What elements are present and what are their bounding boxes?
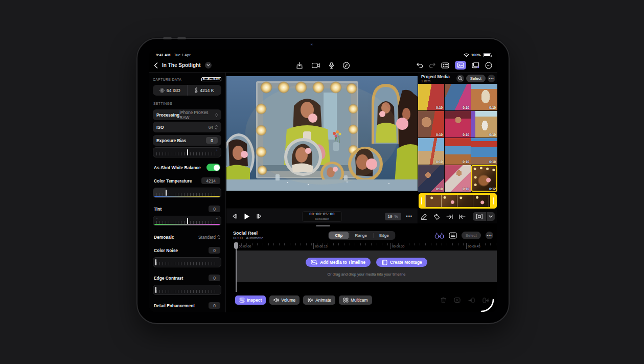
trim-handle-right[interactable] [493,197,494,204]
multicam-icon [343,298,349,303]
index-browser-icon[interactable] [441,62,449,69]
segment-clip[interactable]: Clip [329,232,349,239]
media-thumbnail[interactable]: 0:10 [471,84,497,110]
play-button[interactable] [244,213,250,220]
media-select-button[interactable]: Select [466,75,486,82]
frame-forward-icon[interactable] [257,214,262,219]
segment-range[interactable]: Range [349,232,373,239]
frame-back-icon[interactable] [232,214,237,219]
more-icon[interactable] [485,62,492,69]
append-icon[interactable] [446,214,453,219]
transport-bar: 00:00:05:00 Reflection 19 % ••• [226,209,418,223]
chevron-down-icon [489,215,493,218]
overwrite-clip-icon[interactable] [449,232,457,239]
media-thumbnail[interactable]: 0:10 [418,111,444,138]
project-title[interactable]: In The Spotlight [162,62,201,68]
stickers-clips-icon[interactable] [472,62,479,69]
zoom-value: 19 [388,214,393,219]
color-temperature-slider[interactable] [153,188,221,198]
media-browser-toggle[interactable] [455,61,466,70]
insert-to-timeline-button[interactable] [473,212,486,221]
clip-duration: 0:10 [463,160,469,164]
timeline-more-button[interactable]: ••• [486,232,493,239]
media-thumbnail[interactable]: 0:10 [418,165,444,192]
redo-icon[interactable] [429,62,435,69]
media-more-button[interactable]: ••• [488,75,495,82]
media-thumbnail[interactable]: 0:10 [418,138,444,165]
clip-duration: 0:10 [436,187,443,191]
playhead-handle[interactable] [234,242,238,249]
media-thumbnail[interactable]: 0:10 [445,165,471,192]
media-grid: 0:100:100:100:100:100:100:100:100:100:10… [418,84,497,192]
insert-icon[interactable] [468,298,475,303]
sun-icon [159,88,165,93]
trash-icon[interactable] [441,297,446,303]
media-thumbnail[interactable]: 0:10 [471,111,497,138]
color-temperature-value[interactable]: 4214 [201,177,220,184]
title-menu-button[interactable] [205,62,212,69]
add-media-button[interactable]: Add Media to Timeline [306,258,371,267]
media-thumbnail[interactable]: 0:10 [445,111,471,138]
detail-enhancement-value[interactable]: 0 [209,302,220,309]
demosaic-row[interactable]: Demosaic Standard [153,232,221,242]
edit-options-button[interactable] [487,212,495,221]
timecode: 00:00:05:00 [303,212,341,217]
media-thumbnail[interactable]: 0:10 [471,138,497,165]
media-item-count: 1 Item [421,79,450,83]
iso-row[interactable]: ISO 64 [153,122,221,132]
timeline-track[interactable]: Add Media to Timeline Create Montage Or … [236,251,497,282]
color-noise-value[interactable]: 0 [209,247,220,254]
search-button[interactable] [456,75,464,82]
selected-clip-filmstrip[interactable] [419,193,497,209]
thermometer-icon [195,87,198,93]
zoom-level-control[interactable]: 19 % [385,213,401,220]
rename-pencil-icon[interactable] [421,213,427,220]
undo-icon[interactable] [417,62,423,69]
processing-row[interactable]: Processing iPhone ProRes RAW [153,109,221,120]
edge-contrast-slider[interactable] [153,285,221,295]
media-thumbnail-selected[interactable]: 0:12 [471,165,497,192]
battery-percent: 100% [471,53,481,57]
media-thumbnail[interactable]: 0:10 [418,84,444,110]
white-balance-row: As-Shot White Balance [153,162,221,173]
search-icon [458,76,463,81]
connect-clips-icon[interactable] [434,232,444,239]
segment-edge[interactable]: Edge [373,232,395,239]
tint-slider[interactable]: -+ [153,216,221,226]
exposure-bias-slider[interactable]: -+ [153,147,221,157]
multicam-button[interactable]: Multicam [339,295,372,305]
viewer-more-icon[interactable]: ••• [406,214,412,219]
back-icon[interactable] [154,62,158,69]
tag-icon[interactable] [433,214,440,220]
clip-name: Reflection [303,217,341,220]
exposure-bias-value[interactable]: 0 [206,137,218,144]
timeline-select-button[interactable]: Select [462,232,481,239]
inspect-button[interactable]: Inspect [235,295,266,305]
trim-handle-left[interactable] [421,197,422,204]
microphone-icon[interactable] [329,62,334,69]
clip-duration: 0:10 [463,106,469,109]
prepend-icon[interactable] [459,214,466,219]
media-thumbnail[interactable]: 0:10 [445,138,471,165]
white-balance-toggle[interactable] [206,164,220,171]
edge-contrast-value[interactable]: 0 [209,275,220,281]
media-thumbnail[interactable]: 0:10 [445,84,471,110]
video-viewer[interactable] [226,73,418,209]
clip-duration: 0:10 [489,133,496,136]
camera-icon[interactable] [312,62,320,69]
kelvin-chip-value: 4214 K [200,88,214,93]
animate-button[interactable]: Animate [303,295,335,305]
color-noise-slider[interactable] [153,257,221,267]
prores-raw-badge: ProResRAW [201,77,221,81]
ruler-label: 00:00:45 [466,243,480,249]
import-icon[interactable] [296,62,303,69]
playhead[interactable] [236,242,237,292]
timeline-ruler[interactable]: 00:00:0000:00:1500:00:3000:00:45 [236,242,497,250]
blade-icon[interactable] [454,297,461,303]
pencil-annotate-icon[interactable] [343,62,350,69]
filmstrip-frames [425,195,490,207]
tint-value[interactable]: 0 [209,206,220,212]
panel-resize-handle[interactable] [316,225,330,226]
create-montage-button[interactable]: Create Montage [376,258,427,267]
volume-button[interactable]: Volume [269,295,300,305]
